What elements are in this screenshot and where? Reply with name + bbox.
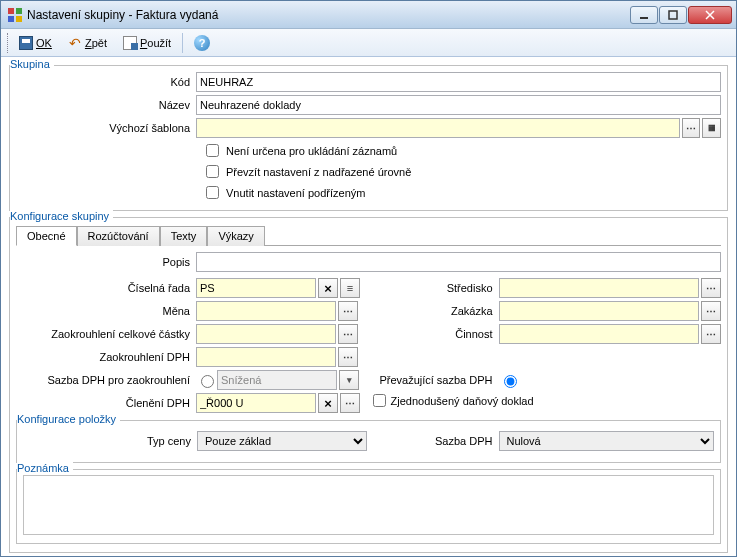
typceny-label: Typ ceny	[23, 435, 197, 447]
template-grid-button[interactable]: ▦	[702, 118, 721, 138]
group-fieldset: Skupina Kód Název Výchozí šablona ▦ Není	[9, 65, 728, 211]
stredisko-input[interactable]	[499, 278, 700, 298]
zaokdph-input[interactable]	[196, 347, 336, 367]
svg-rect-3	[16, 16, 22, 22]
name-input[interactable]	[196, 95, 721, 115]
apply-label: Použít	[140, 37, 171, 49]
help-button[interactable]: ?	[187, 32, 217, 54]
group-legend: Skupina	[10, 58, 54, 70]
chk-force[interactable]	[206, 186, 219, 199]
sazbadph-label: Sazba DPH	[369, 435, 499, 447]
tab-rozuctovani[interactable]: Rozúčtování	[77, 226, 160, 246]
undo-label: Zpět	[85, 37, 107, 49]
svg-rect-5	[669, 11, 677, 19]
zjedn-label: Zjednodušený daňový doklad	[391, 395, 534, 407]
ok-button[interactable]: OK	[12, 32, 59, 54]
code-label: Kód	[16, 76, 196, 88]
zaokc-input[interactable]	[196, 324, 336, 344]
zaokc-browse-button[interactable]	[338, 324, 358, 344]
prevaz-label: Převažující sazba DPH	[369, 374, 499, 386]
config-legend: Konfigurace skupiny	[10, 210, 113, 222]
tab-texty[interactable]: Texty	[160, 226, 208, 246]
note-legend: Poznámka	[17, 462, 73, 474]
window: Nastavení skupiny - Faktura vydaná OK ↶ …	[0, 0, 737, 557]
toolbar: OK ↶ Zpět Použít ?	[1, 29, 736, 57]
zjedn-checkbox[interactable]	[373, 394, 386, 407]
tab-obecne[interactable]: Obecné	[16, 226, 77, 246]
popis-label: Popis	[16, 256, 196, 268]
app-icon	[7, 7, 23, 23]
cinnost-browse-button[interactable]	[701, 324, 721, 344]
cisrada-list-button[interactable]	[340, 278, 360, 298]
body: Skupina Kód Název Výchozí šablona ▦ Není	[1, 57, 736, 557]
chk-force-label: Vnutit nastavení podřízeným	[226, 187, 365, 199]
tabs: Obecné Rozúčtování Texty Výkazy	[16, 225, 721, 246]
mena-input[interactable]	[196, 301, 336, 321]
template-label: Výchozí šablona	[16, 122, 196, 134]
toolbar-separator	[182, 33, 183, 53]
zaokdph-label: Zaokrouhlení DPH	[16, 351, 196, 363]
prevaz-radio[interactable]	[504, 375, 517, 388]
chk-inherit-label: Převzít nastavení z nadřazené úrovně	[226, 166, 411, 178]
svg-rect-4	[640, 17, 648, 19]
item-legend: Konfigurace položky	[17, 413, 120, 425]
zakazka-input[interactable]	[499, 301, 700, 321]
sazbadph-select[interactable]: Nulová	[499, 431, 715, 451]
clenenidph-input[interactable]	[196, 393, 316, 413]
sazbazaok-label: Sazba DPH pro zaokrouhlení	[16, 374, 196, 386]
titlebar: Nastavení skupiny - Faktura vydaná	[1, 1, 736, 29]
clenenidph-browse-button[interactable]	[340, 393, 360, 413]
popis-input[interactable]	[196, 252, 721, 272]
undo-icon: ↶	[68, 36, 82, 50]
template-browse-button[interactable]	[682, 118, 701, 138]
item-fieldset: Konfigurace položky Typ ceny Pouze zákla…	[16, 420, 721, 463]
close-button[interactable]	[688, 6, 732, 24]
note-fieldset: Poznámka	[16, 469, 721, 544]
svg-rect-0	[8, 8, 14, 14]
tab-vykazy[interactable]: Výkazy	[207, 226, 264, 246]
stredisko-label: Středisko	[369, 282, 499, 294]
cinnost-input[interactable]	[499, 324, 700, 344]
window-title: Nastavení skupiny - Faktura vydaná	[27, 8, 629, 22]
sazbazaok-radio[interactable]	[201, 375, 214, 388]
clenenidph-clear-button[interactable]	[318, 393, 338, 413]
name-label: Název	[16, 99, 196, 111]
chk-no-store[interactable]	[206, 144, 219, 157]
chk-inherit[interactable]	[206, 165, 219, 178]
apply-button[interactable]: Použít	[116, 32, 178, 54]
cinnost-label: Činnost	[369, 328, 499, 340]
stredisko-browse-button[interactable]	[701, 278, 721, 298]
undo-button[interactable]: ↶ Zpět	[61, 32, 114, 54]
config-fieldset: Konfigurace skupiny Obecné Rozúčtování T…	[9, 217, 728, 553]
save-icon	[19, 36, 33, 50]
cisrada-clear-button[interactable]	[318, 278, 338, 298]
cisrada-label: Číselná řada	[16, 282, 196, 294]
mena-browse-button[interactable]	[338, 301, 358, 321]
sazbazaok-dd-button[interactable]	[339, 370, 359, 390]
code-input[interactable]	[196, 72, 721, 92]
note-textarea[interactable]	[23, 475, 714, 535]
zakazka-browse-button[interactable]	[701, 301, 721, 321]
apply-icon	[123, 36, 137, 50]
template-input[interactable]	[196, 118, 680, 138]
mena-label: Měna	[16, 305, 196, 317]
svg-rect-2	[8, 16, 14, 22]
clenenidph-label: Členění DPH	[16, 397, 196, 409]
minimize-button[interactable]	[630, 6, 658, 24]
cisrada-input[interactable]	[196, 278, 316, 298]
zaokc-label: Zaokrouhlení celkové částky	[16, 328, 196, 340]
chk-no-store-label: Není určena pro ukládání záznamů	[226, 145, 397, 157]
zakazka-label: Zakázka	[369, 305, 499, 317]
toolbar-grip	[7, 33, 8, 53]
typceny-select[interactable]: Pouze základ	[197, 431, 367, 451]
maximize-button[interactable]	[659, 6, 687, 24]
ok-label: OK	[36, 37, 52, 49]
help-icon: ?	[194, 35, 210, 51]
sazbazaok-input	[217, 370, 337, 390]
svg-rect-1	[16, 8, 22, 14]
zaokdph-browse-button[interactable]	[338, 347, 358, 367]
